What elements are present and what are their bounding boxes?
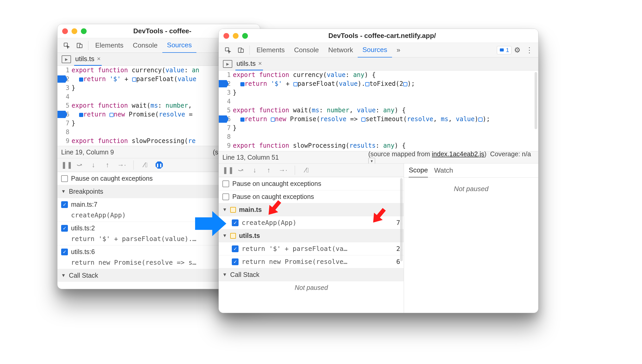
pause-caught-row[interactable]: Pause on caught exceptions	[219, 190, 404, 203]
file-tab[interactable]: utils.ts ×	[74, 53, 102, 66]
sourcemap-link[interactable]: index.1ac4eab2.js	[432, 150, 484, 158]
minimize-icon[interactable]	[72, 28, 77, 34]
step-icon[interactable]: →·	[279, 166, 287, 174]
zoom-icon[interactable]	[81, 28, 87, 34]
line-number: 7	[396, 219, 400, 226]
line-number: 6	[396, 258, 400, 265]
pause-uncaught-row[interactable]: Pause on uncaught exceptions	[219, 177, 404, 190]
step-into-icon[interactable]: ↓	[89, 161, 98, 169]
tab-sources[interactable]: Sources	[162, 38, 196, 53]
tab-console[interactable]: Console	[128, 38, 162, 53]
close-icon[interactable]	[62, 28, 68, 34]
tab-network[interactable]: Network	[324, 43, 358, 57]
device-toggle-icon[interactable]	[234, 45, 247, 55]
step-marker-icon	[271, 118, 275, 122]
step-into-icon[interactable]: ↓	[251, 166, 259, 174]
checkbox[interactable]: ✓	[61, 249, 68, 255]
breakpoint-flag[interactable]	[57, 75, 67, 83]
code-content: export function currency(value: any) { r…	[233, 70, 537, 150]
minimize-icon[interactable]	[233, 33, 239, 39]
file-tab[interactable]: utils.ts ×	[235, 57, 263, 70]
checkbox[interactable]: ✓	[232, 258, 239, 265]
issues-badge[interactable]: 1	[497, 46, 511, 54]
svg-marker-8	[264, 198, 284, 218]
annotation-arrow-red	[264, 198, 285, 218]
inspect-icon[interactable]	[60, 40, 73, 51]
snippets-icon[interactable]: ▶	[62, 55, 71, 63]
sourcemap-info: (source mapped from index.1ac4eab2.js) C…	[368, 150, 535, 165]
step-out-icon[interactable]: ↑	[265, 166, 273, 174]
checkbox[interactable]	[222, 180, 229, 187]
zoom-icon[interactable]	[242, 33, 248, 39]
more-menu-icon[interactable]: ⋮	[523, 46, 536, 54]
annotation-arrow-red	[369, 205, 389, 226]
cursor-position: Line 19, Column 9	[61, 148, 114, 156]
breakpoint-group-header[interactable]: ▼ utils.ts	[219, 229, 404, 242]
svg-rect-6	[500, 48, 504, 51]
step-marker-icon	[132, 77, 136, 82]
titlebar: DevTools - coffee-cart.netlify.app/	[219, 29, 538, 43]
step-out-icon[interactable]: ↑	[103, 161, 112, 169]
close-tab-icon[interactable]: ×	[258, 60, 262, 67]
settings-icon[interactable]: ⚙	[511, 46, 523, 54]
debugger-left-pane: ❚❚ ⤻ ↓ ↑ →· ⁄⃠ Pause on uncaught excepti…	[219, 164, 404, 313]
pause-on-exceptions-icon[interactable]: ❚❚	[156, 161, 163, 169]
tab-elements[interactable]: Elements	[91, 38, 128, 53]
svg-rect-2	[80, 44, 82, 48]
step-marker-icon	[79, 77, 83, 82]
checkbox[interactable]: ✓	[232, 219, 239, 226]
step-marker-icon	[361, 118, 365, 122]
step-marker-icon	[293, 82, 298, 86]
breakpoint-item[interactable]: ✓ return '$' + parseFloat(va… 2	[219, 242, 404, 255]
snippets-icon[interactable]: ▶	[223, 60, 232, 68]
tab-scope[interactable]: Scope	[409, 164, 428, 178]
coverage-label: Coverage: n/a	[490, 150, 531, 158]
debugger-controls: ❚❚ ⤻ ↓ ↑ →· ⁄⃠	[219, 164, 404, 177]
file-icon	[230, 207, 236, 213]
device-toggle-icon[interactable]	[73, 40, 86, 51]
breakpoint-item[interactable]: ✓ return new Promise(resolve… 6	[219, 255, 404, 268]
breakpoint-flag[interactable]	[219, 115, 229, 123]
breakpoint-flag[interactable]	[57, 111, 67, 118]
checkbox[interactable]: ✓	[61, 201, 68, 208]
tab-sources[interactable]: Sources	[358, 43, 392, 58]
line-number: 2	[396, 245, 400, 252]
file-icon	[230, 233, 236, 239]
step-marker-icon	[403, 82, 407, 86]
devtools-window-right: DevTools - coffee-cart.netlify.app/ Elem…	[219, 29, 538, 313]
tab-elements[interactable]: Elements	[252, 43, 289, 57]
close-icon[interactable]	[223, 33, 229, 39]
callstack-empty: Not paused	[219, 281, 404, 294]
checkbox[interactable]	[61, 175, 68, 182]
breakpoint-flag[interactable]	[219, 80, 229, 87]
step-icon[interactable]: →·	[117, 161, 126, 169]
inspect-icon[interactable]	[221, 45, 234, 55]
tab-overflow[interactable]: »	[392, 43, 405, 57]
svg-marker-9	[369, 206, 389, 226]
pause-icon[interactable]: ❚❚	[222, 166, 231, 174]
callstack-header[interactable]: ▼Call Stack	[219, 268, 404, 281]
file-tab-label: utils.ts	[75, 55, 94, 63]
annotation-arrow-blue	[195, 208, 226, 239]
step-over-icon[interactable]: ⤻	[75, 161, 84, 169]
scrollbar[interactable]	[400, 178, 403, 261]
checkbox[interactable]	[222, 193, 229, 200]
code-editor: 123456789 export function currency(value…	[219, 70, 538, 151]
step-over-icon[interactable]: ⤻	[236, 166, 245, 174]
tab-watch[interactable]: Watch	[434, 166, 453, 174]
tab-console[interactable]: Console	[289, 43, 323, 57]
checkbox[interactable]: ✓	[232, 245, 239, 252]
checkbox[interactable]: ✓	[61, 225, 68, 232]
scope-watch-tabs: Scope Watch	[404, 164, 538, 178]
cursor-position: Line 13, Column 51	[222, 154, 279, 161]
deactivate-breakpoints-icon[interactable]: ⁄⃠	[142, 161, 150, 169]
file-tab-label: utils.ts	[236, 60, 256, 68]
deactivate-breakpoints-icon[interactable]: ⁄⃠	[303, 166, 311, 174]
close-tab-icon[interactable]: ×	[97, 55, 101, 62]
step-marker-icon	[478, 118, 483, 122]
step-marker-icon	[240, 118, 245, 122]
scope-empty: Not paused	[404, 178, 538, 313]
editor-statusbar: Line 13, Column 51 (source mapped from i…	[219, 151, 538, 164]
pause-icon[interactable]: ❚❚	[61, 161, 69, 169]
step-marker-icon	[79, 113, 83, 117]
